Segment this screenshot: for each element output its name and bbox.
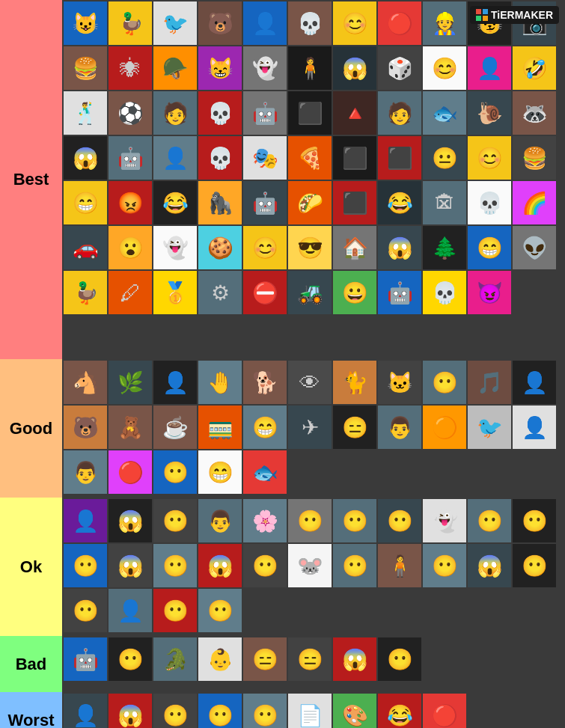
list-item: 😶	[378, 499, 421, 542]
list-item: 🍕	[288, 136, 332, 180]
list-item: 🌈	[513, 181, 556, 224]
list-item: 🌿	[109, 361, 152, 404]
list-item: 😶	[243, 544, 287, 587]
list-item: 👤	[64, 694, 107, 728]
list-item: 😶	[198, 694, 242, 728]
tier-list: TiERMAKER Best 😺🦆🐦🐻👤💀😊🔴👷😼📷🍔🕷🪖😸👻🧍😱🎲😊👤🤣🕺⚽🧑…	[0, 0, 565, 728]
list-item: 😁	[64, 181, 107, 224]
list-item: 🚗	[64, 226, 107, 269]
list-item: ✈	[288, 406, 332, 449]
list-item: 😱	[333, 637, 376, 681]
tier-row-best: Best 😺🦆🐦🐻👤💀😊🔴👷😼📷🍔🕷🪖😸👻🧍😱🎲😊👤🤣🕺⚽🧑💀🤖⬛🔺🧑🐟🐌🦝😱🤖…	[0, 0, 565, 359]
list-item: 👨	[198, 499, 242, 542]
list-item: 😶	[198, 589, 242, 632]
list-item: 💀	[288, 1, 332, 45]
list-item: 🧑	[378, 91, 421, 135]
list-item: 🐦	[153, 1, 197, 45]
list-item: 🖊	[109, 271, 152, 314]
list-item: 🤖	[109, 136, 152, 180]
list-item: 😊	[243, 226, 287, 269]
list-item: 🐊	[153, 637, 197, 681]
list-item: 😶	[468, 499, 511, 542]
list-item: 🐦	[468, 406, 511, 449]
list-item: 😂	[153, 181, 197, 224]
list-item: 👤	[64, 499, 107, 542]
list-item: 😶	[333, 499, 376, 542]
list-item: ⬛	[378, 136, 421, 180]
list-item: 👻	[243, 46, 287, 90]
list-item: 😱	[109, 694, 152, 728]
list-item: 🧍	[288, 46, 332, 90]
list-item: 😶	[513, 544, 556, 587]
tier-row-ok: Ok 👤😱😶👨🌸😶😶😶👻😶😶😶😱😶😱😶🐭😶🧍😶😱😶😶👤😶😶	[0, 498, 565, 636]
list-item: 😶	[64, 544, 107, 587]
list-item: 😊	[423, 46, 466, 90]
list-item: 🎵	[468, 361, 511, 404]
list-item: 🦆	[109, 1, 152, 45]
list-item: 🤚	[198, 361, 242, 404]
list-item: 🧑	[153, 91, 197, 135]
list-item: 🪖	[153, 46, 197, 90]
list-item: ⛔	[243, 271, 287, 314]
list-item: 🦍	[198, 181, 242, 224]
list-item: 👻	[153, 226, 197, 269]
list-item: 😶	[153, 544, 197, 587]
list-item: 😶	[153, 450, 197, 494]
list-item: 🐭	[288, 544, 332, 587]
list-item: 👨	[378, 406, 421, 449]
list-item: 🌸	[243, 499, 287, 542]
list-item: 💀	[468, 181, 511, 224]
list-item: 🐻	[64, 406, 107, 449]
list-item: 🤖	[243, 91, 287, 135]
list-item: 😡	[109, 181, 152, 224]
list-item: 😮	[109, 226, 152, 269]
tier-content-good: 🐴🌿👤🤚🐕👁🐈🐱😶🎵👤🐻🧸☕🚃😁✈😑👨🟠🐦👤👨🔴😶😁🐟	[62, 359, 565, 498]
list-item: 🚃	[198, 406, 242, 449]
list-item: 💀	[198, 91, 242, 135]
list-item: 😂	[378, 694, 421, 728]
list-item: 👤	[243, 1, 287, 45]
list-item: 😶	[288, 499, 332, 542]
list-item: 🌲	[423, 226, 466, 269]
list-item: 👷	[423, 1, 466, 45]
list-item: 🍔	[513, 136, 556, 180]
list-item: 🎭	[243, 136, 287, 180]
tier-content-ok: 👤😱😶👨🌸😶😶😶👻😶😶😶😱😶😱😶🐭😶🧍😶😱😶😶👤😶😶	[62, 498, 565, 636]
list-item: ⚽	[109, 91, 152, 135]
list-item: 🐌	[468, 91, 511, 135]
tier-row-good: Good 🐴🌿👤🤚🐕👁🐈🐱😶🎵👤🐻🧸☕🚃😁✈😑👨🟠🐦👤👨🔴😶😁🐟	[0, 359, 565, 498]
list-item: 😐	[423, 136, 466, 180]
list-item: 😑	[288, 637, 332, 681]
list-item: 😸	[198, 46, 242, 90]
list-item: 👤	[513, 361, 556, 404]
list-item: 🌮	[288, 181, 332, 224]
list-item: 👶	[198, 637, 242, 681]
list-item: 🐻	[198, 1, 242, 45]
list-item: 🔺	[333, 91, 376, 135]
list-item: 🎨	[333, 694, 376, 728]
tier-content-worst: 👤😱😶😶😶📄🎨😂🔴	[62, 692, 565, 728]
list-item: 😀	[333, 271, 376, 314]
list-item: 😑	[333, 406, 376, 449]
tier-label-ok: Ok	[0, 498, 62, 636]
list-item: 😺	[64, 1, 107, 45]
list-item: ⬛	[333, 181, 376, 224]
list-item: 😶	[378, 637, 421, 681]
list-item: 👁	[288, 361, 332, 404]
list-item: 🏚	[423, 181, 466, 224]
tier-row-worst: Worst 👤😱😶😶😶📄🎨😂🔴	[0, 692, 565, 728]
tier-label-bad: Bad	[0, 636, 62, 692]
list-item: 🥇	[153, 271, 197, 314]
tier-row-bad: Bad 🤖😶🐊👶😑😑😱😶	[0, 636, 565, 692]
list-item: 😁	[243, 406, 287, 449]
list-item: 😂	[378, 181, 421, 224]
list-item: 😱	[64, 136, 107, 180]
list-item: 🦆	[64, 271, 107, 314]
list-item: 😶	[333, 544, 376, 587]
list-item: 🟠	[423, 406, 466, 449]
logo-grid-icon	[476, 9, 488, 21]
list-item: 🕷	[109, 46, 152, 90]
list-item: 🕺	[64, 91, 107, 135]
tier-label-worst: Worst	[0, 692, 62, 728]
list-item: 😱	[109, 499, 152, 542]
